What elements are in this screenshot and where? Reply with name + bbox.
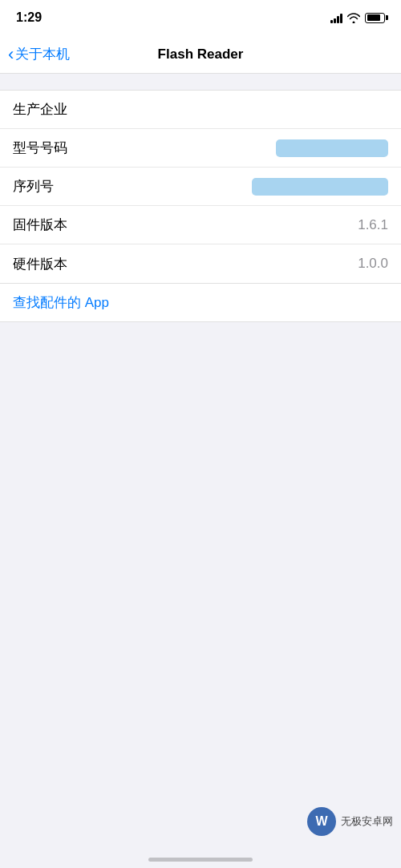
row-label-manufacturer: 生产企业 [13, 100, 67, 119]
battery-icon [365, 13, 385, 23]
status-time: 1:29 [16, 10, 42, 25]
nav-back-label: 关于本机 [15, 45, 70, 63]
watermark: W 无极安卓网 [307, 807, 393, 836]
row-value-serial-redacted [252, 178, 388, 196]
watermark-text: 无极安卓网 [341, 814, 393, 829]
bottom-area [0, 322, 401, 723]
table-row: 生产企业 [0, 91, 401, 129]
nav-back-button[interactable]: ‹ 关于本机 [8, 45, 70, 63]
table-row: 固件版本 1.6.1 [0, 206, 401, 244]
settings-list: 生产企业 型号号码 序列号 固件版本 1.6.1 硬件版本 1.0.0 [0, 90, 401, 284]
wifi-icon [347, 13, 360, 23]
find-app-link-text[interactable]: 查找配件的 App [13, 293, 109, 312]
table-row: 序列号 [0, 168, 401, 206]
row-label-hardware: 硬件版本 [13, 255, 67, 273]
table-row: 硬件版本 1.0.0 [0, 244, 401, 283]
status-icons [330, 12, 385, 23]
watermark-logo-text: W [315, 814, 327, 829]
watermark-logo: W [307, 807, 336, 836]
nav-title: Flash Reader [158, 46, 244, 63]
row-value-firmware: 1.6.1 [358, 217, 388, 233]
row-label-model: 型号号码 [13, 139, 67, 157]
top-separator [0, 74, 401, 90]
signal-icon [330, 12, 342, 23]
row-value-model-redacted [276, 139, 388, 157]
back-chevron-icon: ‹ [8, 46, 14, 63]
table-row: 型号号码 [0, 129, 401, 168]
find-app-link-row[interactable]: 查找配件的 App [0, 284, 401, 322]
status-bar: 1:29 [0, 0, 401, 35]
row-label-serial: 序列号 [13, 177, 54, 196]
row-label-firmware: 固件版本 [13, 216, 67, 234]
home-indicator [148, 858, 253, 862]
nav-bar: ‹ 关于本机 Flash Reader [0, 35, 401, 74]
row-value-hardware: 1.0.0 [358, 256, 388, 272]
